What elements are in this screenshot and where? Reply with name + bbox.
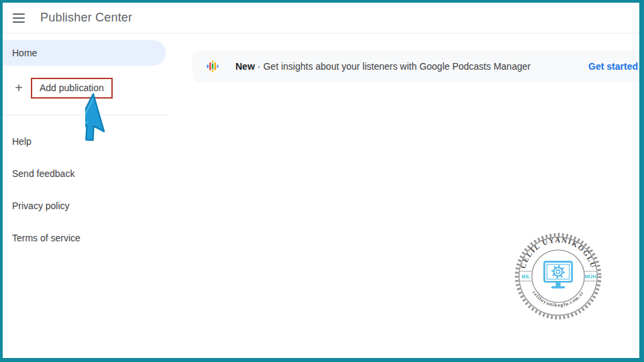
- banner-message: New·Get insights about your listeners wi…: [235, 61, 531, 72]
- sidebar-item-help[interactable]: Help: [3, 125, 168, 158]
- google-podcasts-icon: [206, 60, 219, 73]
- plus-icon: +: [12, 81, 25, 95]
- sidebar-item-home-label: Home: [12, 48, 37, 58]
- sidebar-links: Help Send feedback Privacy policy Terms …: [3, 115, 168, 254]
- get-started-link[interactable]: Get started: [578, 61, 638, 72]
- banner-new-badge: New: [235, 61, 255, 72]
- menu-hamburger-icon[interactable]: [3, 3, 35, 34]
- sidebar-item-home[interactable]: Home: [3, 40, 166, 66]
- publisher-center-window: Publisher Center Home + Add publication …: [3, 3, 639, 358]
- add-publication-row: + Add publication: [3, 77, 168, 99]
- sidebar-item-privacy-policy[interactable]: Privacy policy: [3, 190, 168, 222]
- page-title: Publisher Center: [40, 11, 132, 25]
- add-publication-button[interactable]: Add publication: [31, 78, 113, 99]
- banner-separator: ·: [258, 61, 261, 72]
- main-content: New·Get insights about your listeners wi…: [168, 34, 639, 358]
- sidebar-item-terms-of-service[interactable]: Terms of service: [3, 222, 168, 254]
- screenshot-frame: Publisher Center Home + Add publication …: [0, 0, 644, 362]
- sidebar: Home + Add publication Help Send feedbac…: [3, 34, 168, 358]
- banner-message-text: Get insights about your listeners with G…: [263, 61, 530, 72]
- podcasts-promo-banner: New·Get insights about your listeners wi…: [193, 50, 639, 82]
- top-app-bar: Publisher Center: [3, 3, 639, 34]
- sidebar-item-send-feedback[interactable]: Send feedback: [3, 158, 168, 190]
